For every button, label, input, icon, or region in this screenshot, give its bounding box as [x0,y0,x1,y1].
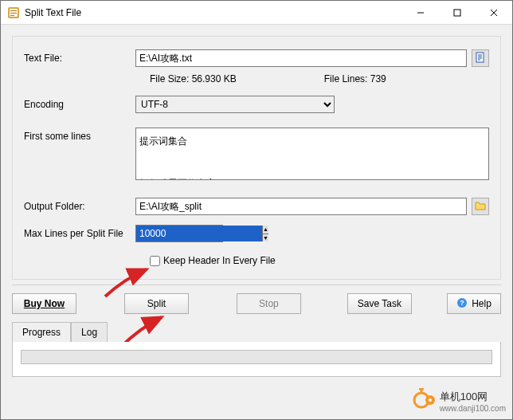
preview-textarea[interactable]: 提示词集合 担任雅思写作考官 [135,128,489,180]
browse-output-folder-button[interactable] [472,198,489,215]
tab-progress[interactable]: Progress [12,322,71,343]
svg-rect-4 [10,15,14,16]
svg-rect-9 [476,53,484,62]
svg-text:?: ? [460,299,464,307]
output-folder-input[interactable] [135,198,467,215]
svg-rect-6 [454,10,460,16]
titlebar: Split Text File [1,1,512,25]
first-lines-label: First some lines [24,128,135,142]
spinner-down-button[interactable]: ▼ [263,234,268,242]
help-icon: ? [456,297,468,311]
help-button[interactable]: ? Help [447,293,501,314]
app-window: Split Text File Text File: File Size: 56… [0,0,513,420]
svg-point-18 [429,398,432,402]
progress-bar [21,350,492,364]
separator [12,285,501,285]
max-lines-label: Max Lines per Split File [24,225,135,239]
watermark-title: 单机100网 [440,390,506,404]
keep-header-checkbox[interactable] [150,256,160,266]
document-icon [475,52,486,65]
watermark-icon [413,388,437,414]
watermark-url: www.danji100.com [440,404,506,413]
browse-text-file-button[interactable] [472,49,489,67]
encoding-label: Encoding [24,96,135,110]
output-folder-label: Output Folder: [24,198,135,212]
window-title: Split Text File [25,7,402,18]
folder-icon [475,200,486,214]
save-task-button[interactable]: Save Task [347,293,412,314]
options-panel: Text File: File Size: 56.930 KB File Lin… [12,36,501,280]
svg-rect-2 [10,10,17,11]
window-body: Text File: File Size: 56.930 KB File Lin… [1,25,512,419]
tab-content [12,342,501,377]
stop-button[interactable]: Stop [237,293,301,314]
text-file-input[interactable] [135,49,467,67]
encoding-select[interactable]: UTF-8 [135,96,335,113]
watermark: 单机100网 www.danji100.com [413,388,506,414]
text-file-label: Text File: [24,49,135,64]
minimize-button[interactable] [402,1,439,25]
tabs: Progress Log [12,322,501,343]
buy-now-button[interactable]: Buy Now [12,293,76,314]
app-icon [7,6,20,19]
split-button[interactable]: Split [124,293,189,314]
file-size-label: File Size: 56.930 KB [150,73,237,84]
file-lines-label: File Lines: 739 [324,73,386,84]
keep-header-label: Keep Header In Every File [163,255,276,266]
spinner-up-button[interactable]: ▲ [263,226,268,234]
tab-log[interactable]: Log [71,322,108,343]
max-lines-spinner[interactable]: ▲ ▼ [135,225,223,242]
svg-rect-3 [10,13,17,14]
file-meta: File Size: 56.930 KB File Lines: 739 [24,70,489,96]
maximize-button[interactable] [439,1,476,25]
action-row: Buy Now Split Stop Save Task ? Help [12,293,501,319]
max-lines-input[interactable] [136,226,262,241]
close-button[interactable] [476,1,512,25]
